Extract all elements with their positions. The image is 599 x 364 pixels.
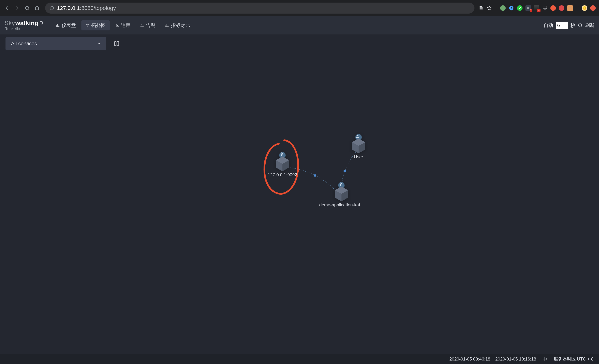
reader-icon[interactable]	[478, 6, 484, 11]
browser-forward-button[interactable]	[13, 4, 21, 12]
extension-icon[interactable]	[590, 5, 596, 11]
bookmark-star-icon[interactable]	[487, 6, 492, 11]
browser-reload-button[interactable]	[23, 4, 31, 12]
topology-edges	[0, 35, 599, 354]
logo-text-2: walking	[15, 20, 39, 26]
svg-rect-3	[529, 7, 529, 8]
info-icon	[50, 6, 54, 10]
nav-tab-label: 追踪	[121, 22, 131, 29]
topology-node[interactable]: demo-application-kaf...	[319, 187, 364, 208]
refresh-icon[interactable]	[578, 23, 582, 28]
node-label: demo-application-kaf...	[319, 202, 364, 208]
status-time-range[interactable]: 2020-01-05 09:46:18 ~ 2020-01-05 10:16:1…	[449, 356, 536, 362]
extension-icon[interactable]	[542, 6, 547, 11]
url-host: 127.0.0.1	[57, 5, 80, 11]
svg-rect-2	[527, 7, 528, 8]
app-nav: Skywalking Rocketbot 仪表盘 拓扑图 追踪 告警 指标对比 …	[0, 16, 599, 35]
browser-toolbar: 127.0.0.1:8080/topology 7 off •• 😊	[0, 0, 599, 16]
browser-back-button[interactable]	[3, 4, 11, 12]
extension-icon[interactable]	[517, 5, 522, 11]
refresh-label[interactable]: 刷新	[585, 22, 595, 29]
nav-tab-topology[interactable]: 拓扑图	[81, 20, 110, 30]
topology-node[interactable]: User	[352, 139, 365, 159]
svg-rect-17	[344, 170, 346, 172]
bell-icon	[140, 23, 144, 27]
status-bar: 2020-01-05 09:46:18 ~ 2020-01-05 10:16:1…	[0, 354, 599, 364]
svg-rect-4	[527, 8, 528, 9]
svg-point-10	[117, 24, 117, 25]
extension-icon[interactable]: off	[534, 5, 539, 11]
refresh-interval-input[interactable]	[556, 22, 568, 29]
node-cube	[335, 187, 348, 201]
trace-icon	[115, 23, 119, 27]
status-lang[interactable]: 中	[543, 356, 547, 362]
chart-icon	[165, 23, 169, 27]
status-timezone: 服务器时区 UTC + 8	[554, 356, 593, 362]
nav-tabs: 仪表盘 拓扑图 追踪 告警 指标对比	[52, 20, 194, 30]
svg-point-1	[511, 7, 512, 9]
browser-profile-avatar[interactable]: 😊	[582, 5, 587, 11]
chart-icon	[56, 23, 60, 27]
nav-tab-label: 仪表盘	[62, 22, 76, 29]
topology-node[interactable]: 127.0.0.1:9092	[268, 156, 297, 177]
separator	[577, 4, 577, 12]
app-body: All services 127.0.0.1:9092	[0, 35, 599, 354]
node-label: 127.0.0.1:9092	[268, 172, 297, 177]
extension-icon[interactable]	[509, 5, 514, 11]
nav-tab-dashboard[interactable]: 仪表盘	[52, 20, 80, 30]
svg-rect-6	[543, 6, 547, 9]
topology-icon	[86, 23, 89, 27]
nav-tab-compare[interactable]: 指标对比	[161, 20, 194, 30]
seconds-label: 秒	[570, 22, 575, 29]
extension-icon[interactable]	[559, 5, 564, 11]
svg-rect-16	[314, 174, 316, 177]
auto-label: 自动	[544, 22, 553, 29]
browser-home-button[interactable]	[33, 4, 41, 12]
logo-text-1: Sky	[4, 20, 15, 26]
nav-right-controls: 自动 秒 刷新	[544, 22, 595, 29]
browser-extensions: 7 off •• 😊	[478, 4, 596, 12]
topology-canvas[interactable]: 127.0.0.1:9092 demo-application-kaf... U…	[0, 35, 599, 354]
nav-tab-alarm[interactable]: 告警	[136, 20, 159, 30]
node-cube	[276, 156, 289, 171]
browser-address-bar[interactable]: 127.0.0.1:8080/topology	[45, 3, 475, 14]
node-label: User	[354, 154, 363, 159]
url-path: /topology	[94, 5, 116, 11]
logo-swoosh-icon	[40, 21, 43, 24]
app-logo: Skywalking Rocketbot	[4, 20, 47, 31]
svg-point-12	[118, 26, 119, 26]
nav-tab-label: 指标对比	[171, 22, 190, 29]
extension-icon[interactable]: ••	[567, 5, 573, 11]
extension-icon[interactable]: 7	[525, 5, 531, 11]
svg-rect-5	[529, 8, 529, 9]
nav-tab-label: 告警	[146, 22, 156, 29]
nav-tab-trace[interactable]: 追踪	[111, 20, 135, 30]
url-port: :8080	[80, 5, 94, 11]
logo-subtitle: Rocketbot	[4, 27, 43, 31]
nav-tab-label: 拓扑图	[91, 22, 106, 29]
svg-point-11	[117, 25, 118, 26]
extension-icon[interactable]	[550, 5, 556, 11]
extension-icon[interactable]	[500, 5, 506, 11]
node-cube	[352, 139, 365, 153]
